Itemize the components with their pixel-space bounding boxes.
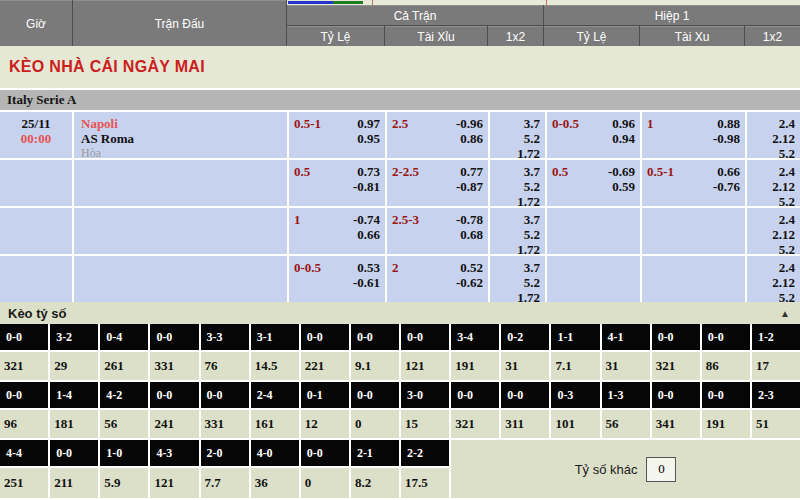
odds-value: 0.88 — [642, 116, 740, 131]
match-time-cell — [0, 160, 72, 206]
full-time-handicap-cell: 0-0.50.53-0.61 — [289, 256, 385, 302]
match-date: 25/11 — [0, 116, 72, 131]
score-cell: 0-0 — [301, 324, 349, 350]
score-odds-cell: 341 — [652, 410, 700, 438]
score-cell: 0-4 — [100, 324, 148, 350]
subheader-half-over-under: Tài Xu — [640, 26, 744, 46]
page-title: KÈO NHÀ CÁI NGÀY MAI — [0, 46, 800, 88]
first-half-over-under-cell: 10.88-0.98 — [642, 112, 745, 158]
score-odds-cell: 211 — [50, 468, 98, 498]
odds-values: 0.88-0.98 — [642, 112, 745, 146]
full-time-1x2-cell: 3.75.21.72 — [490, 160, 545, 206]
match-kickoff-time: 00:00 — [0, 131, 72, 146]
odds-value: 0.52 — [387, 260, 483, 275]
score-odds-cell: 181 — [50, 410, 98, 438]
score-cell: 0-1 — [301, 382, 349, 408]
odds-value: 5.2 — [490, 227, 540, 242]
handicap-line: 1 — [647, 116, 654, 131]
score-cell: 0-0 — [702, 324, 750, 350]
odds-value: -0.87 — [387, 179, 483, 194]
score-cell: 0-0 — [50, 440, 98, 466]
other-score-input[interactable]: 0 — [646, 457, 676, 482]
score-odds-cell: 12 — [301, 410, 349, 438]
handicap-line: 0.5 — [294, 164, 310, 179]
odds-values: 2.42.125.2 — [747, 256, 800, 305]
other-score-panel: Tỷ số khác 0 — [451, 440, 800, 498]
score-odds-cell: 321 — [451, 410, 499, 438]
score-cell: 0-0 — [150, 382, 198, 408]
handicap-line: 2.5 — [392, 116, 408, 131]
odds-value: -0.74 — [289, 212, 380, 227]
score-odds-cell: 101 — [551, 410, 599, 438]
handicap-line: 0.5-1 — [647, 164, 674, 179]
column-header-time: Giờ — [0, 0, 72, 46]
progress-strip-green — [333, 1, 363, 4]
odds-value: 5.2 — [747, 290, 795, 305]
first-half-1x2-cell: 2.42.125.2 — [747, 160, 800, 206]
odds-values: 2.42.125.2 — [747, 208, 800, 257]
match-teams-cell — [74, 208, 287, 254]
score-odds-cell: 0 — [351, 410, 399, 438]
score-cell: 0-0 — [301, 440, 349, 466]
score-section-header: Kèo tỷ số ▲ — [0, 302, 800, 324]
score-odds-cell: 321 — [0, 352, 48, 380]
odds-values: 3.75.21.72 — [490, 112, 545, 161]
score-cell: 1-0 — [100, 440, 148, 466]
handicap-line: 1 — [294, 212, 301, 227]
odds-value: 3.7 — [490, 116, 540, 131]
score-cell: 1-1 — [551, 324, 599, 350]
odds-value: 5.2 — [490, 179, 540, 194]
score-cell: 2-2 — [401, 440, 449, 466]
match-time-cell — [0, 256, 72, 302]
score-section-title: Kèo tỷ số — [8, 306, 67, 321]
score-odds-cell: 191 — [451, 352, 499, 380]
first-half-over-under-cell — [642, 208, 745, 254]
odds-value: 0.66 — [289, 227, 380, 242]
draw-label: Hòa — [81, 146, 287, 161]
odds-value: 0.59 — [547, 179, 635, 194]
score-cell: 0-0 — [0, 382, 48, 408]
score-cell: 0-0 — [0, 324, 48, 350]
score-odds-cell: 76 — [201, 352, 249, 380]
subheader-half-handicap: Tỷ Lệ — [544, 26, 639, 46]
odds-value: 0.94 — [547, 131, 635, 146]
progress-strip-blue — [288, 1, 333, 4]
score-odds-cell: 331 — [201, 410, 249, 438]
score-odds-cell: 31 — [501, 352, 549, 380]
handicap-line: 0-0.5 — [552, 116, 579, 131]
full-time-handicap-cell: 0.50.73-0.81 — [289, 160, 385, 206]
score-cell: 0-2 — [501, 324, 549, 350]
score-cell: 1-4 — [50, 382, 98, 408]
handicap-line: 0.5 — [552, 164, 568, 179]
handicap-line: 2 — [392, 260, 399, 275]
odds-value: 5.2 — [747, 194, 795, 209]
handicap-line: 2-2.5 — [392, 164, 419, 179]
odds-value: 2.12 — [747, 179, 795, 194]
odds-value: 5.2 — [490, 131, 540, 146]
first-half-1x2-cell: 2.42.125.2 — [747, 256, 800, 302]
odds-value: 5.2 — [490, 275, 540, 290]
match-time-cell — [0, 208, 72, 254]
match-teams-cell — [74, 256, 287, 302]
odds-value: 0.68 — [387, 227, 483, 242]
odds-table-header: Giờ Trận Đấu Cả Trận Hiệp 1 Tỷ Lệ Tài Xỉ… — [0, 0, 800, 46]
score-odds-cell: 29 — [50, 352, 98, 380]
odds-value: 3.7 — [490, 260, 540, 275]
score-odds-cell: 331 — [150, 352, 198, 380]
score-cell: 3-0 — [401, 382, 449, 408]
odds-value: 2.4 — [747, 212, 795, 227]
score-cell: 3-2 — [50, 324, 98, 350]
full-time-1x2-cell: 3.75.21.72 — [490, 208, 545, 254]
score-odds-cell: 17 — [752, 352, 800, 380]
first-half-1x2-cell: 2.42.125.2 — [747, 208, 800, 254]
score-odds-cell: 17.5 — [401, 468, 449, 498]
first-half-handicap-cell — [547, 256, 640, 302]
score-odds-cell: 121 — [150, 468, 198, 498]
odds-value: -0.61 — [289, 275, 380, 290]
odds-value: 0.86 — [387, 131, 483, 146]
collapse-arrow-icon[interactable]: ▲ — [780, 308, 790, 319]
odds-value: -0.76 — [642, 179, 740, 194]
odds-value: -0.98 — [642, 131, 740, 146]
first-half-handicap-cell: 0-0.50.960.94 — [547, 112, 640, 158]
odds-values: 0.52-0.62 — [387, 256, 488, 290]
